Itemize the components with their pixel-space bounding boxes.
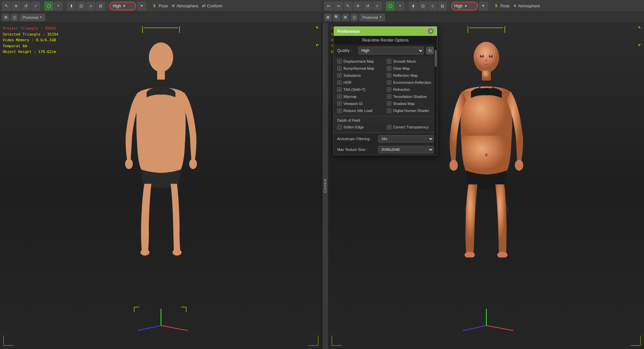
cb-displacement[interactable]: ✓ [337, 59, 342, 64]
render-mode-label-r: Photoreal [362, 15, 378, 19]
wireframe-btn[interactable]: ◫ [11, 14, 18, 21]
cb-hdr[interactable]: ✓ [337, 80, 342, 85]
opt-mipmap[interactable]: ✓ Mipmap [336, 93, 385, 100]
mirror-btn[interactable]: ⊟ [96, 2, 105, 10]
cb-reduce-idle[interactable]: ✓ [337, 108, 342, 113]
render-mode-btn-r[interactable]: Photoreal ▼ [359, 14, 385, 21]
viewport-options-btn-r[interactable]: ⊠ [324, 14, 332, 21]
pose-btn-left[interactable]: 🏃 Pose [150, 3, 169, 9]
atmosphere-btn-left[interactable]: ✳ Atmosphere [170, 3, 200, 8]
conform-btn-left[interactable]: ⇄ Conform [201, 3, 224, 8]
opt-env-reflection[interactable]: ✓ Environment Reflection [386, 79, 434, 86]
render-mode-btn[interactable]: Photoreal ▼ [19, 14, 45, 21]
opt-soften-edge[interactable]: Soften Edge [336, 124, 385, 130]
zoom-btn-r[interactable]: 🔍 [333, 14, 340, 21]
opt-reduce-idle[interactable]: ✓ Reduce Idle Load [336, 107, 385, 114]
opt-displacement[interactable]: ✓ Displacement Map [336, 58, 385, 65]
toolbar2-right: ⊠ 🔍 ⊞ ◫ Photoreal ▼ [322, 12, 644, 22]
scale-tool-btn-r[interactable]: ⤢ [373, 2, 382, 10]
cb-mipmap[interactable]: ✓ [337, 94, 342, 99]
opt-viewport-gi[interactable]: ✓ Viewport GI [336, 100, 385, 107]
import-btn-r[interactable]: ⬇ [409, 2, 418, 10]
quality-dropdown-right[interactable]: High ▼ [451, 2, 478, 10]
snap-btn[interactable]: ⊹ [87, 2, 95, 10]
redo-btn[interactable]: ↪ [334, 2, 343, 10]
dialog-quality-select[interactable]: High Medium Low [358, 47, 424, 55]
viewport-right[interactable]: Project Triangle : 35655 Selected Triang… [328, 23, 644, 349]
axes-left [127, 305, 195, 332]
dialog-scrollbar[interactable] [434, 45, 437, 155]
bracket-bottom-left [3, 329, 20, 346]
cb-soften-edge[interactable] [337, 125, 342, 129]
opt-smooth-mesh[interactable]: ✓ Smooth Mesh [386, 58, 434, 65]
object-height-left: Object Height : 170.62cm [3, 49, 58, 55]
opt-correct-transparency[interactable]: ✓ Correct Transparency [386, 124, 434, 130]
undo-btn[interactable]: ↩ [324, 2, 333, 10]
cb-reflection[interactable]: ✓ [387, 73, 391, 78]
rotate-tool-btn[interactable]: ↺ [21, 2, 30, 10]
cb-substance[interactable]: ✓ [337, 73, 342, 78]
cb-taa[interactable]: ✓ [337, 87, 342, 92]
figure-tool-btn-r[interactable]: ⬡ [386, 2, 395, 10]
opt-bump[interactable]: ✓ Bump/Normal Map [336, 65, 385, 72]
texture-select[interactable]: 2048x2048 4096x4096 1024x1024 [378, 146, 434, 153]
viewport-left[interactable]: Project Triangle : 35655 Selected Triang… [0, 23, 322, 349]
pose-label-right: Pose [500, 4, 509, 8]
cb-shadow-map[interactable]: ✓ [387, 101, 391, 106]
mirror-btn-r[interactable]: ⊟ [438, 2, 447, 10]
snap-btn-r[interactable]: ⊹ [428, 2, 437, 10]
atmosphere-btn-right[interactable]: ✳ Atmosphere [512, 3, 541, 8]
move-tool-btn-r[interactable]: ✛ [354, 2, 362, 10]
figure-left [114, 40, 208, 257]
viewport-options-btn[interactable]: ⊞ [2, 14, 9, 21]
bracket-top-right-right [621, 26, 641, 46]
dialog-quality-label: Quality : [337, 48, 356, 53]
opt-shadow-map[interactable]: ✓ Shadow Map [386, 100, 434, 107]
move-tool-btn[interactable]: ✛ [12, 2, 20, 10]
atmosphere-label-left: Atmosphere [176, 4, 198, 8]
opt-substance[interactable]: ✓ Substance [336, 72, 385, 79]
opt-refraction[interactable]: ✓ Refraction [386, 86, 434, 93]
texture-label: Max Texture Size : [337, 148, 376, 152]
cb-viewport-gi[interactable]: ✓ [337, 101, 342, 106]
cb-bump[interactable]: ✓ [337, 66, 342, 71]
scale-tool-btn[interactable]: ⤢ [31, 2, 40, 10]
anisotropic-select[interactable]: 16x 8x 4x 2x 1x [378, 135, 434, 142]
opt-taa[interactable]: ✓ TAA (Shift+T) [336, 86, 385, 93]
select-tool-btn[interactable]: ↖ [2, 2, 11, 10]
cb-env-reflection[interactable]: ✓ [387, 80, 391, 85]
cb-smooth-mesh[interactable]: ✓ [387, 59, 391, 64]
dialog-refresh-btn[interactable]: ↻ [426, 47, 434, 54]
cb-refraction[interactable]: ✓ [387, 87, 391, 92]
center-btn[interactable]: ⊡ [77, 2, 86, 10]
grid-btn-r[interactable]: ⊞ [342, 14, 349, 21]
figure-tool-btn2[interactable]: • [54, 2, 63, 10]
rotate-tool-btn-r[interactable]: ↺ [363, 2, 372, 10]
cb-tessellation[interactable]: ✓ [387, 94, 391, 99]
dialog-scrollbar-thumb[interactable] [435, 50, 437, 67]
temporal-aa-left: Temporal AA [3, 43, 58, 49]
opt-tessellation[interactable]: ✓ Tessellation Shadow [386, 93, 434, 100]
viewports-container: Project Triangle : 35655 Selected Triang… [0, 23, 644, 349]
figure-tool-btn[interactable]: ⬡ [44, 2, 53, 10]
iray-btn-right[interactable]: ✦ [479, 2, 488, 10]
opt-reflection[interactable]: ✓ Reflection Map [386, 72, 434, 79]
opt-digital-human[interactable]: ✓ Digital Human Shader [386, 107, 434, 114]
svg-point-9 [172, 249, 181, 255]
import-btn[interactable]: ⬇ [67, 2, 76, 10]
pose-btn-right[interactable]: 🏃 Pose [492, 3, 511, 9]
wireframe-btn-r[interactable]: ◫ [351, 14, 358, 21]
quality-dropdown-left[interactable]: High ▼ [109, 2, 136, 10]
cb-correct-transparency[interactable]: ✓ [387, 125, 391, 129]
select-tool-btn-r[interactable]: ↖ [344, 2, 353, 10]
content-tab[interactable]: Content [322, 23, 328, 349]
opt-hdr[interactable]: ✓ HDR [336, 79, 385, 86]
iray-btn-left[interactable]: ✦ [137, 2, 146, 10]
cb-glow[interactable]: ✓ [387, 66, 391, 71]
dialog-close-btn[interactable]: ✕ [428, 28, 434, 34]
opt-glow[interactable]: ✓ Glow Map [386, 65, 434, 72]
preference-dialog: Preference ✕ Real-time Render Options Qu… [333, 26, 437, 155]
figure-tool-btn2-r[interactable]: • [396, 2, 405, 10]
cb-digital-human[interactable]: ✓ [387, 108, 391, 113]
center-btn-r[interactable]: ⊡ [419, 2, 427, 10]
